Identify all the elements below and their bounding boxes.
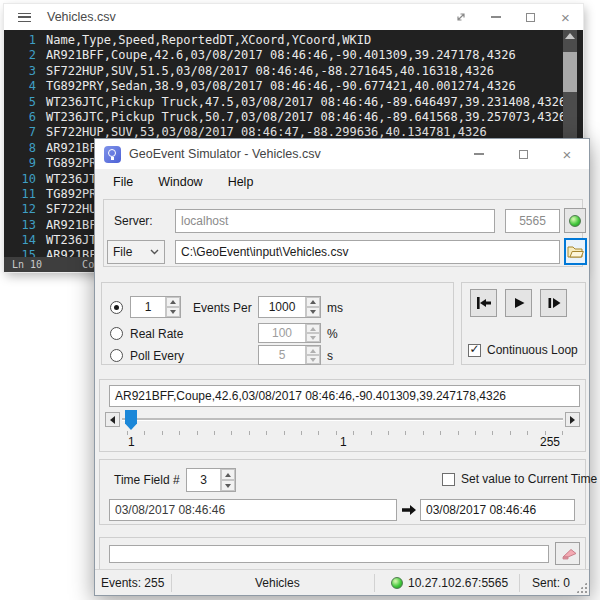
slider-min-label: 1 <box>128 435 135 449</box>
step-button[interactable] <box>540 289 567 317</box>
line-number: 8 <box>4 141 36 156</box>
ms-unit-label: ms <box>327 301 343 315</box>
source-type-dropdown[interactable]: File <box>107 240 165 264</box>
line-number: 10 <box>4 172 36 187</box>
play-icon <box>512 296 526 310</box>
seconds-unit-label: s <box>327 349 333 363</box>
line-number: 4 <box>4 79 36 94</box>
csv-titlebar: Vehicles.csv × <box>4 4 583 30</box>
connection-group: Server: localhost 5565 File C:\GeoEvent\… <box>103 199 583 267</box>
log-group <box>99 537 586 570</box>
geoevent-app-icon <box>104 146 121 163</box>
line-text: AR921BFF,Coupe,42.6,03/08/2017 08:46:46,… <box>36 48 516 63</box>
poll-spinner[interactable]: 5 <box>258 345 321 365</box>
slider-thumb[interactable] <box>125 410 137 430</box>
csv-line: 3 SF722HUP,SUV,51.5,03/08/2017 08:46:46,… <box>4 64 583 79</box>
poll-value: 5 <box>259 346 305 364</box>
event-count-spinner[interactable]: 1 <box>130 296 181 318</box>
line-text: Name,Type,Speed,ReportedDT,XCoord,YCoord… <box>36 33 371 48</box>
menu-help[interactable]: Help <box>228 175 254 189</box>
line-text: WT236JTC,Pickup Truck,50.7,03/08/2017 08… <box>36 110 566 125</box>
real-rate-radio[interactable] <box>110 327 123 340</box>
real-rate-value: 100 <box>259 324 305 342</box>
minimize-icon[interactable] <box>478 5 513 29</box>
chevron-down-icon <box>150 249 159 255</box>
line-number: 11 <box>4 187 36 202</box>
spin-down-icon[interactable] <box>306 307 320 317</box>
close-icon[interactable]: × <box>548 5 583 29</box>
scrollbar-thumb[interactable] <box>563 52 577 92</box>
line-number: 2 <box>4 48 36 63</box>
current-event-field[interactable]: AR921BFF,Coupe,42.6,03/08/2017 08:46:46,… <box>109 385 580 407</box>
geo-window-controls: × <box>457 140 589 168</box>
connection-led-icon <box>569 215 581 227</box>
line-number: 15 <box>4 248 36 257</box>
arrow-right-icon <box>401 504 417 516</box>
poll-every-radio[interactable] <box>110 349 123 362</box>
csv-line: 6 WT236JTC,Pickup Truck,50.7,03/08/2017 … <box>4 110 583 125</box>
server-port-input[interactable]: 5565 <box>505 209 560 233</box>
dataset-name: Vehicles <box>255 576 300 590</box>
csv-line: 1 Name,Type,Speed,ReportedDT,XCoord,YCoo… <box>4 33 583 48</box>
spin-up-icon[interactable] <box>221 469 235 480</box>
slider-right-arrow[interactable] <box>565 412 580 427</box>
line-text: AR921BF <box>36 218 97 233</box>
time-from-field[interactable]: 03/08/2017 08:46:46 <box>109 499 397 521</box>
slider-left-arrow[interactable] <box>105 412 120 427</box>
spin-up-icon[interactable] <box>306 297 320 307</box>
log-field[interactable] <box>109 545 549 563</box>
line-number: 3 <box>4 64 36 79</box>
continuous-loop-checkbox[interactable] <box>468 344 481 357</box>
line-text: WT236JTC,Pickup Truck,47.5,03/08/2017 08… <box>36 95 566 110</box>
line-text: TG892PRY,Sedan,38.9,03/08/2017 08:46:46,… <box>36 79 516 94</box>
geo-window-title: GeoEvent Simulator - Vehicles.csv <box>129 147 321 161</box>
spin-down-icon[interactable] <box>166 307 180 317</box>
statusbar-separator <box>519 574 520 592</box>
csv-window-title: Vehicles.csv <box>47 10 116 24</box>
line-number: 5 <box>4 95 36 110</box>
clear-button[interactable] <box>555 542 580 565</box>
desktop: Vehicles.csv × 1 Name,Type,Speed,Reporte… <box>0 0 600 600</box>
browse-file-button[interactable] <box>564 238 587 265</box>
csv-line: 2 AR921BFF,Coupe,42.6,03/08/2017 08:46:4… <box>4 48 583 63</box>
expand-icon[interactable] <box>443 5 478 29</box>
play-button[interactable] <box>505 289 532 317</box>
line-text: AR921BF <box>36 141 97 156</box>
maximize-icon[interactable] <box>501 140 545 168</box>
file-path-input[interactable]: C:\GeoEvent\input\Vehicles.csv <box>175 240 560 264</box>
menu-window[interactable]: Window <box>158 175 202 189</box>
percent-unit-label: % <box>327 327 338 341</box>
server-label: Server: <box>114 214 153 228</box>
spin-up-icon[interactable] <box>166 297 180 307</box>
events-per-radio[interactable] <box>110 301 123 314</box>
skip-to-start-button[interactable] <box>470 289 497 317</box>
scroll-up-icon[interactable] <box>565 33 575 39</box>
current-time-row: Set value to Current Time <box>442 472 597 486</box>
time-field-spinner[interactable]: 3 <box>186 468 236 492</box>
interval-spinner[interactable]: 1000 <box>258 296 321 318</box>
close-icon[interactable]: × <box>545 140 589 168</box>
menubar: File Window Help <box>95 169 589 195</box>
time-to-field[interactable]: 03/08/2017 08:46:46 <box>420 499 575 521</box>
real-rate-spinner[interactable]: 100 <box>258 323 321 343</box>
connect-button[interactable] <box>564 208 586 233</box>
hamburger-menu-icon[interactable] <box>18 13 31 22</box>
server-host-input[interactable]: localhost <box>175 209 495 233</box>
geo-titlebar: GeoEvent Simulator - Vehicles.csv × <box>95 139 589 169</box>
set-current-time-checkbox[interactable] <box>442 473 455 486</box>
spin-up-icon <box>306 346 320 355</box>
event-count-value: 1 <box>131 297 165 317</box>
rate-group: 1 Events Per 1000 ms Real Rate 100 % Pol… <box>101 282 454 365</box>
continuous-loop-row: Continuous Loop <box>468 343 578 357</box>
menu-file[interactable]: File <box>113 175 133 189</box>
minimize-icon[interactable] <box>457 140 501 168</box>
line-number: 1 <box>4 33 36 48</box>
line-text: SF722HU <box>36 202 97 217</box>
sent-count: Sent: 0 <box>532 576 570 590</box>
slider-track[interactable] <box>122 418 563 420</box>
resize-grip[interactable] <box>576 582 587 593</box>
spin-down-icon[interactable] <box>221 480 235 491</box>
maximize-icon[interactable] <box>513 5 548 29</box>
time-field-label: Time Field # <box>114 473 180 487</box>
eraser-icon <box>559 548 577 560</box>
